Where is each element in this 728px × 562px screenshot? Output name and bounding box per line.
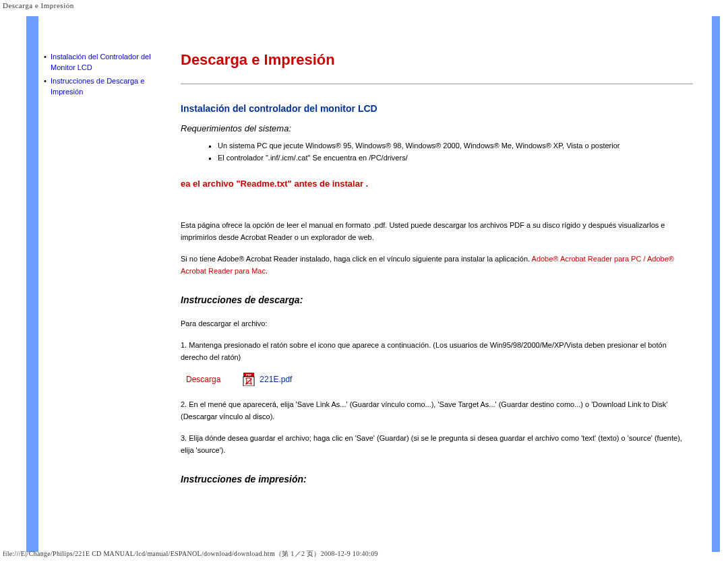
divider [181,84,693,84]
nav-item-install[interactable]: • Instalación del Controlador del Monito… [44,51,172,73]
download-step1: 1. Mantenga presionado el ratón sobre el… [181,339,686,363]
download-file-link[interactable]: 221E.pdf [260,375,292,384]
decor-right-stripe [712,16,720,552]
side-nav: • Instalación del Controlador del Monito… [44,51,172,100]
intro-p2-text: Si no tiene Adobe® Acrobat Reader instal… [181,255,532,263]
bullet-icon: • [44,75,51,97]
nav-item-download[interactable]: • Instrucciones de Descarga e Impresión [44,75,172,97]
download-row: Descarga PDF 221E.pdf [186,373,693,386]
bullet-icon: • [44,51,51,73]
intro-p2-end: . [266,267,268,275]
decor-left-stripe [26,16,38,552]
adobe-sep: / [641,255,647,263]
requirement-item: Un sistema PC que jecute Windows® 95, Wi… [218,140,693,152]
download-p1: Para descargar el archivo: [181,317,686,330]
requirements-list: Un sistema PC que jecute Windows® 95, Wi… [181,140,693,164]
footer-path: file:///E|/Change/Philips/221E CD MANUAL… [3,549,378,559]
download-step3: 3. Elija dónde desea guardar el archivo;… [181,432,686,456]
intro-paragraph-2: Si no tiene Adobe® Acrobat Reader instal… [181,253,686,277]
section-download-heading: Instrucciones de descarga: [181,294,693,305]
pdf-icon[interactable]: PDF [242,373,255,386]
document-header: Descarga e Impresión [3,1,74,9]
page-title: Descarga e Impresión [181,51,693,69]
svg-text:PDF: PDF [246,373,252,377]
nav-link-download[interactable]: Instrucciones de Descarga e Impresión [51,75,172,97]
nav-link-install[interactable]: Instalación del Controlador del Monitor … [51,51,172,73]
readme-warning: ea el archivo "Readme.txt" antes de inst… [181,179,693,189]
main-content: Descarga e Impresión Instalación del con… [181,51,693,497]
section-install-heading: Instalación del controlador del monitor … [181,103,693,114]
section-print-heading: Instrucciones de impresión: [181,474,693,485]
requirements-label: Requerimientos del sistema: [181,123,693,133]
download-label: Descarga [186,375,220,384]
download-step2: 2. En el mené que aparecerá, elija 'Save… [181,398,686,423]
intro-paragraph-1: Esta página ofrece la opción de leer el … [181,219,686,243]
adobe-pc-link[interactable]: Adobe® Acrobat Reader para PC [532,255,642,263]
requirement-item: El controlador ".inf/.icm/.cat" Se encue… [218,152,693,164]
